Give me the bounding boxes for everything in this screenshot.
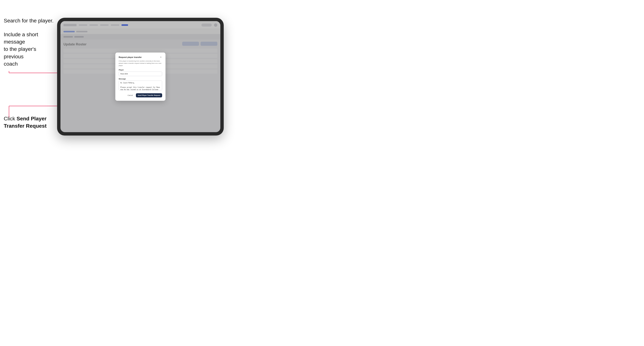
player-input[interactable] <box>119 72 162 76</box>
device-frame: Update Roster Request player transfer × … <box>57 18 224 136</box>
message-label: Message <box>119 78 162 80</box>
modal-overlay: Request player transfer × If the player … <box>60 21 220 132</box>
annotation-search: Search for the player. <box>4 18 54 24</box>
cancel-button[interactable]: Cancel <box>126 93 134 97</box>
modal-header: Request player transfer × <box>119 56 162 58</box>
annotation-message: Include a short message to the player's … <box>4 31 52 67</box>
modal-description: If the player is transferring from anoth… <box>119 60 162 67</box>
send-transfer-button[interactable]: Send Player Transfer Request <box>136 93 162 97</box>
device-screen: Update Roster Request player transfer × … <box>60 21 220 132</box>
message-textarea[interactable]: Hi Coach McHarg, Please accept this tran… <box>119 81 162 90</box>
modal-footer: Cancel Send Player Transfer Request <box>119 93 162 97</box>
modal-title: Request player transfer <box>119 56 142 58</box>
annotation-click: Click Send Player Transfer Request <box>4 115 46 130</box>
close-icon[interactable]: × <box>160 56 162 58</box>
modal-dialog: Request player transfer × If the player … <box>115 52 166 101</box>
player-label: Player <box>119 69 162 71</box>
